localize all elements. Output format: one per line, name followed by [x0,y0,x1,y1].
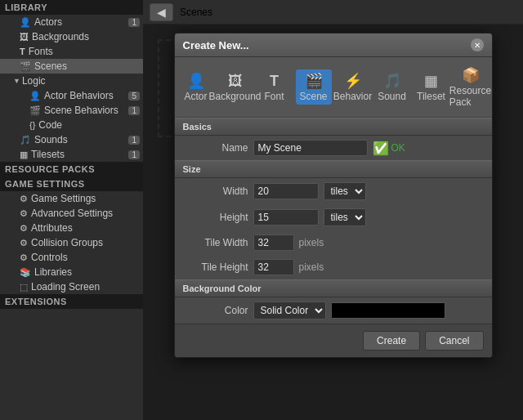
basics-section: Basics Name ✅ OK [175,118,492,160]
background-label: Background [208,91,261,102]
create-button[interactable]: Create [363,331,420,351]
tile-width-label: Tile Width [183,237,248,248]
bg-color-section: Background Color Color Solid Color [175,279,492,324]
actor-label: Actor [185,91,208,102]
height-unit-select[interactable]: tiles [324,208,366,226]
tile-width-input[interactable] [253,235,294,251]
color-label: Color [183,305,248,316]
tile-width-row: Tile Width pixels [175,230,492,255]
main-content: ◀ Scenes This s... Create New... ✕ 👤 Act… [143,0,523,420]
actor-icon: 👤 [187,72,205,90]
attributes-icon: ⚙ [20,223,28,234]
sidebar-item-attributes[interactable]: ⚙ Attributes [0,221,143,235]
sidebar-item-scenes[interactable]: 🎬 Scenes [0,59,143,74]
width-input[interactable] [253,183,319,199]
sounds-badge: 1 [128,136,140,145]
sidebar-item-logic-label: Logic [22,75,46,87]
content-area: This s... Create New... ✕ 👤 Actor 🖼 B [143,25,523,420]
behavior-label: Behavior [333,91,372,102]
tile-width-unit: pixels [299,237,324,248]
icon-tileset[interactable]: ▦ Tileset [413,69,449,105]
tilesets-badge: 1 [128,150,140,159]
sidebar-item-game-settings[interactable]: ⚙ Game Settings [0,191,143,206]
sidebar-item-scene-behaviors[interactable]: 🎬 Scene Behaviors 1 [0,103,143,118]
sidebar-item-actors[interactable]: 👤 Actors 1 [0,15,143,29]
back-button[interactable]: ◀ [150,3,173,21]
sidebar-item-code[interactable]: {} Code [0,118,143,132]
game-settings-icon: ⚙ [20,194,28,204]
modal-footer: Create Cancel [175,324,492,357]
size-section-label: Size [175,160,492,178]
width-label: Width [183,185,248,197]
sidebar-item-backgrounds[interactable]: 🖼 Backgrounds [0,29,143,44]
libraries-icon: 📚 [20,267,31,278]
icon-sound[interactable]: 🎵 Sound [374,69,410,105]
tile-height-label: Tile Height [183,261,248,273]
scene-icon: 🎬 [305,72,323,90]
modal-title: Create New... [183,39,249,51]
sidebar-item-tilesets[interactable]: ▦ Tilesets 1 [0,147,143,162]
sidebar-item-fonts[interactable]: T Fonts [0,44,143,59]
basics-section-label: Basics [175,118,492,136]
sidebar-item-loading-screen[interactable]: ⬚ Loading Screen [0,279,143,294]
icon-resource-pack[interactable]: 📦 Resource Pack [453,64,489,110]
name-input[interactable] [253,140,368,156]
height-row: Height tiles [175,204,492,230]
scene-label: Scene [299,91,327,102]
tile-height-input[interactable] [253,259,294,275]
sidebar-item-actors-label: Actors [34,16,62,28]
modal-icon-bar: 👤 Actor 🖼 Background T Font 🎬 Scene [175,57,492,118]
sidebar-item-actor-behaviors-label: Actor Behaviors [44,90,114,101]
sidebar-item-tilesets-label: Tilesets [31,149,65,160]
tile-height-row: Tile Height pixels [175,255,492,279]
icon-scene[interactable]: 🎬 Scene [296,69,332,105]
create-new-modal: Create New... ✕ 👤 Actor 🖼 Background T [174,33,493,358]
font-label: Font [264,91,284,102]
sidebar-item-logic[interactable]: ▼ Logic [0,74,143,88]
bg-color-section-label: Background Color [175,279,492,297]
height-label: Height [183,212,248,223]
code-icon: {} [29,120,35,130]
icon-background[interactable]: 🖼 Background [217,70,253,105]
scene-behaviors-badge: 1 [128,106,140,115]
sidebar-item-advanced-settings[interactable]: ⚙ Advanced Settings [0,206,143,221]
library-section-header: LIBRARY [0,0,143,15]
sidebar-item-code-label: Code [38,119,62,131]
icon-font[interactable]: T Font [257,70,293,105]
width-unit-select[interactable]: tiles [324,182,366,200]
topbar: ◀ Scenes [143,0,523,25]
sidebar-item-collision-groups[interactable]: ⚙ Collision Groups [0,235,143,250]
ok-check-icon: ✅ [373,141,389,156]
sidebar-item-scenes-label: Scenes [34,60,67,72]
name-row: Name ✅ OK [175,136,492,160]
color-type-select[interactable]: Solid Color [253,302,326,319]
name-label: Name [183,142,248,154]
close-modal-button[interactable]: ✕ [471,38,484,51]
sidebar-item-actor-behaviors[interactable]: 👤 Actor Behaviors 5 [0,88,143,103]
color-swatch[interactable] [331,302,445,319]
scene-behaviors-icon: 🎬 [29,105,41,116]
actors-badge: 1 [128,18,140,27]
sidebar-item-scene-behaviors-label: Scene Behaviors [44,105,118,116]
height-input[interactable] [253,209,319,226]
fonts-icon: T [20,47,25,56]
sidebar-item-libraries-label: Libraries [34,266,72,278]
advanced-settings-icon: ⚙ [20,208,28,219]
modal-overlay: Create New... ✕ 👤 Actor 🖼 Background T [143,25,523,420]
actor-behaviors-icon: 👤 [29,91,41,101]
sidebar-item-controls-label: Controls [31,252,68,263]
sidebar-item-advanced-settings-label: Advanced Settings [31,208,113,219]
sidebar-item-sounds[interactable]: 🎵 Sounds 1 [0,132,143,147]
sidebar-item-loading-screen-label: Loading Screen [31,281,100,293]
cancel-button[interactable]: Cancel [425,331,483,351]
sidebar-item-libraries[interactable]: 📚 Libraries [0,265,143,279]
sounds-icon: 🎵 [20,135,31,145]
scenes-icon: 🎬 [20,61,31,72]
sidebar-item-controls[interactable]: ⚙ Controls [0,250,143,265]
sidebar-item-game-settings-label: Game Settings [31,193,96,204]
ok-label: OK [391,142,405,154]
extensions-section-header: EXTENSIONS [0,294,143,309]
tileset-label: Tileset [417,91,445,102]
tile-height-unit: pixels [299,261,324,273]
icon-behavior[interactable]: ⚡ Behavior [335,69,371,105]
